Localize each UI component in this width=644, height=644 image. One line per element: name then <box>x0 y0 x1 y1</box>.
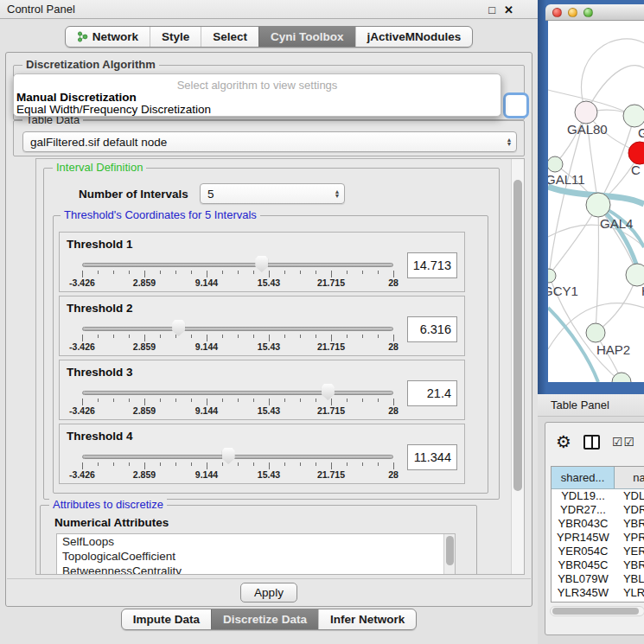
node-attribute-table[interactable]: shared... name YDL19...YDL1YDR27...YDR2Y… <box>551 466 644 603</box>
network-icon <box>77 31 88 42</box>
discretization-algorithm-label: Discretization Algorithm <box>22 58 159 71</box>
column-header-shared[interactable]: shared... <box>552 467 615 488</box>
cyni-toolbox-panel: Discretization Algorithm Select algorith… <box>5 52 532 607</box>
cell-shared-name: YBR045C <box>552 558 615 572</box>
cell-name: YBL0 <box>615 572 644 586</box>
node-label: GA <box>638 125 644 140</box>
cell-shared-name: YER054C <box>552 545 615 558</box>
threshold-value-field[interactable]: 6.316 <box>407 316 457 342</box>
table-row[interactable]: YER054CYER0 <box>552 545 644 558</box>
table-panel-title: Table Panel <box>551 399 609 411</box>
bottom-tab-bar: Impute DataDiscretize DataInfer Network <box>0 609 538 630</box>
table-row[interactable]: YBL079WYBL0 <box>552 572 644 586</box>
select-checkboxes-icon[interactable]: ☑☑ <box>612 435 635 449</box>
algorithm-popup-hint: Select algorithm to view settings <box>14 79 501 92</box>
slider-track[interactable] <box>82 391 393 395</box>
table-data-combobox[interactable]: galFiltered.sif default node ▲▼ <box>22 131 517 152</box>
spinner-arrows-icon: ▲▼ <box>502 137 516 146</box>
table-data-value: galFiltered.sif default node <box>23 136 502 149</box>
minimize-traffic-light-icon[interactable] <box>568 8 577 17</box>
threshold-value-field[interactable]: 14.713 <box>407 252 457 278</box>
tab-label: jActiveMNodules <box>367 30 462 43</box>
network-node-hap2[interactable] <box>586 323 605 342</box>
control-panel: Control Panel □ ✕ NetworkStyleSelectCyni… <box>0 0 538 644</box>
tab-discretize-data[interactable]: Discretize Data <box>211 609 318 629</box>
table-horizontal-scrollbar[interactable] <box>550 606 644 616</box>
cell-name: YIL0 <box>615 600 644 603</box>
threshold-row-2: Threshold 2-3.4262.8599.14415.4321.71528… <box>59 296 465 356</box>
network-node-gal4[interactable] <box>586 193 610 217</box>
number-of-intervals-combobox[interactable]: 5 ▲▼ <box>200 183 345 204</box>
table-row[interactable]: YPR145WYPR1 <box>552 531 644 545</box>
attributes-group-label: Attributes to discretize <box>49 498 167 511</box>
table-row[interactable]: YBR043CYBR0 <box>552 517 644 531</box>
spinner-arrows-icon: ▲▼ <box>330 189 344 198</box>
threshold-row-4: Threshold 4-3.4262.8599.14415.4321.71528… <box>59 424 465 484</box>
attributes-list-scrollbar[interactable] <box>443 534 455 575</box>
zoom-traffic-light-icon[interactable] <box>583 8 593 17</box>
network-node-c[interactable] <box>628 142 644 164</box>
slider-tick-labels: -3.4262.8599.14415.4321.71528 <box>82 405 393 416</box>
table-row[interactable]: YLR345WYLR3 <box>552 586 644 600</box>
gear-icon[interactable]: ⚙ <box>556 433 571 450</box>
apply-button[interactable]: Apply <box>240 583 297 603</box>
algorithm-option-manual[interactable]: Manual Discretization <box>16 91 137 104</box>
table-row[interactable]: YIL053CYIL0 <box>552 600 644 603</box>
cell-name: YDR2 <box>615 503 644 517</box>
number-of-intervals-value: 5 <box>201 188 330 201</box>
table-row[interactable]: YDR27...YDR2 <box>552 503 644 517</box>
numerical-attributes-list[interactable]: SelfLoopsTopologicalCoefficientBetweenne… <box>56 533 456 575</box>
threshold-value-field[interactable]: 21.4 <box>407 380 457 406</box>
threshold-label: Threshold 3 <box>67 366 133 379</box>
tab-jactivemnodules[interactable]: jActiveMNodules <box>355 27 473 47</box>
thresholds-group-label: Threshold's Coordinates for 5 Intervals <box>61 208 260 221</box>
threshold-value-field[interactable]: 11.344 <box>407 444 457 470</box>
close-icon[interactable]: ✕ <box>504 3 513 16</box>
tab-impute-data[interactable]: Impute Data <box>122 609 211 629</box>
close-traffic-light-icon[interactable] <box>552 8 562 17</box>
node-label: GAL80 <box>567 122 608 137</box>
cell-name: YBR0 <box>615 558 644 572</box>
tab-label: Select <box>213 30 247 43</box>
slider-tick-labels: -3.4262.8599.14415.4321.71528 <box>82 469 393 480</box>
scrollbar-thumb[interactable] <box>446 536 454 565</box>
numerical-attributes-label: Numerical Attributes <box>54 516 169 529</box>
column-header-name[interactable]: name <box>615 467 644 488</box>
cell-name: YLR3 <box>615 586 644 600</box>
table-row[interactable]: YDL19...YDL1 <box>552 489 644 503</box>
network-window-titlebar[interactable] <box>545 4 644 21</box>
settings-scroll-area: Interval Definition Number of Intervals … <box>35 158 525 575</box>
attribute-item[interactable]: TopologicalCoefficient <box>57 549 455 564</box>
slider-track[interactable] <box>82 327 393 331</box>
float-icon[interactable]: □ <box>488 3 495 16</box>
network-node-gal11[interactable] <box>548 156 563 172</box>
algorithm-combobox[interactable] <box>503 92 529 118</box>
slider-track[interactable] <box>82 455 393 459</box>
slider-track[interactable] <box>82 263 393 267</box>
scrollbar-thumb[interactable] <box>552 608 639 615</box>
settings-scrollbar[interactable] <box>511 159 524 574</box>
tab-select[interactable]: Select <box>201 27 258 47</box>
cell-shared-name: YBL079W <box>552 572 615 586</box>
threshold-row-1: Threshold 1-3.4262.8599.14415.4321.71528… <box>59 232 465 292</box>
network-node[interactable] <box>612 373 631 382</box>
tab-network[interactable]: Network <box>66 27 150 47</box>
tab-cyni-toolbox[interactable]: Cyni Toolbox <box>258 27 355 47</box>
scrollbar-thumb[interactable] <box>513 180 522 491</box>
network-node-gal80[interactable] <box>575 101 597 124</box>
network-view-canvas[interactable]: GAL80GACGAL11GAL4GCY1HHAP2 <box>548 21 644 382</box>
network-graph: GAL80GACGAL11GAL4GCY1HHAP2 <box>548 21 644 382</box>
threshold-row-3: Threshold 3-3.4262.8599.14415.4321.71528… <box>59 360 465 420</box>
node-label: HAP2 <box>596 342 630 357</box>
table-row[interactable]: YBR045CYBR0 <box>552 558 644 572</box>
tab-style[interactable]: Style <box>150 27 201 47</box>
cell-shared-name: YPR145W <box>552 531 615 545</box>
threshold-label: Threshold 1 <box>67 238 133 251</box>
network-node-gcy1[interactable] <box>548 269 556 283</box>
attribute-item[interactable]: SelfLoops <box>57 534 455 549</box>
network-node-ga[interactable] <box>623 105 644 127</box>
columns-icon[interactable] <box>583 435 600 450</box>
tab-infer-network[interactable]: Infer Network <box>318 609 416 629</box>
algorithm-option-equal-width[interactable]: Equal Width/Frequency Discretization <box>16 103 211 116</box>
attribute-item[interactable]: BetweennessCentrality <box>57 564 455 575</box>
